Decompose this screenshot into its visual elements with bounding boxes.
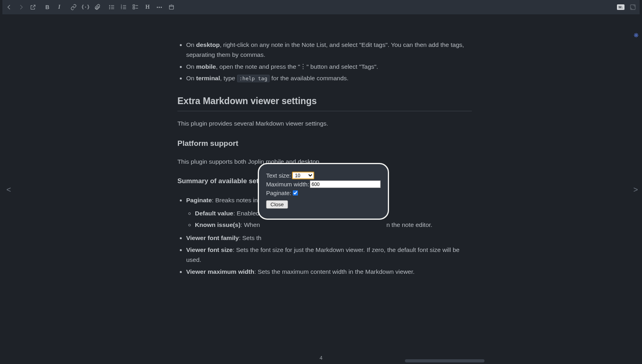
list-item: Viewer font size: Sets the font size for… [186, 245, 472, 265]
paginate-label: Paginate: [266, 190, 291, 196]
svg-point-2 [109, 7, 110, 7]
bulleted-list-icon[interactable] [108, 4, 115, 11]
max-width-input[interactable] [310, 180, 381, 188]
bold-icon[interactable]: B [44, 4, 51, 11]
svg-text:3: 3 [121, 8, 122, 10]
prev-page-handle[interactable]: < [6, 185, 11, 194]
back-icon[interactable] [6, 4, 13, 11]
numbered-list-icon[interactable]: 123 [120, 4, 127, 11]
insert-time-icon[interactable] [168, 4, 175, 11]
link-icon[interactable] [70, 4, 77, 11]
svg-rect-12 [133, 5, 134, 6]
svg-rect-19 [630, 5, 635, 10]
note-content: On desktop, right-click on any note in t… [177, 37, 472, 280]
list-item: Viewer maximum width: Sets the maximum c… [186, 267, 472, 277]
forward-icon [18, 4, 25, 11]
text-size-label: Text size: [266, 172, 291, 179]
toggle-editor-icon[interactable] [629, 4, 636, 11]
more-icon[interactable]: ••• [156, 4, 163, 11]
svg-point-0 [109, 5, 110, 6]
svg-rect-16 [169, 5, 174, 9]
page-number: 4 [319, 355, 322, 361]
checkbox-list-icon[interactable] [132, 4, 139, 11]
attachment-icon[interactable] [94, 4, 101, 11]
close-button[interactable]: Close [266, 200, 288, 209]
next-page-handle[interactable]: > [633, 185, 638, 194]
heading-platform-support: Platform support [177, 137, 472, 149]
open-external-icon[interactable] [29, 4, 37, 11]
list-item: Known issue(s): Whenxxxxxxxxxxxxxxxxxxxx… [195, 220, 472, 230]
list-item: On terminal, type :help tag for the avai… [186, 74, 472, 83]
editor-toolbar: B I {·} 123 H ••• M↓ [2, 0, 640, 14]
gear-icon[interactable]: ❋ [634, 32, 639, 39]
paragraph: This plugin provides several Markdown vi… [177, 119, 472, 129]
viewer-settings-dialog: Text size: 8910111214161820 Maximum widt… [258, 163, 389, 220]
list-item: On mobile, open the note and press the "… [186, 62, 472, 72]
svg-rect-14 [133, 8, 134, 9]
list-item: On desktop, right-click on any note in t… [186, 40, 472, 60]
italic-icon[interactable]: I [56, 4, 63, 11]
list-item: Viewer font family: Sets th [186, 233, 472, 243]
max-width-label: Maximum width: [266, 181, 309, 188]
heading-extra-settings: Extra Markdown viewer settings [177, 94, 472, 111]
markdown-badge[interactable]: M↓ [617, 4, 624, 10]
code-icon[interactable]: {·} [82, 4, 89, 11]
text-size-select[interactable]: 8910111214161820 [292, 172, 314, 179]
paginate-checkbox[interactable] [293, 190, 298, 196]
svg-point-4 [109, 8, 110, 9]
horizontal-scrollbar[interactable] [405, 359, 484, 362]
heading-icon[interactable]: H [144, 4, 151, 11]
